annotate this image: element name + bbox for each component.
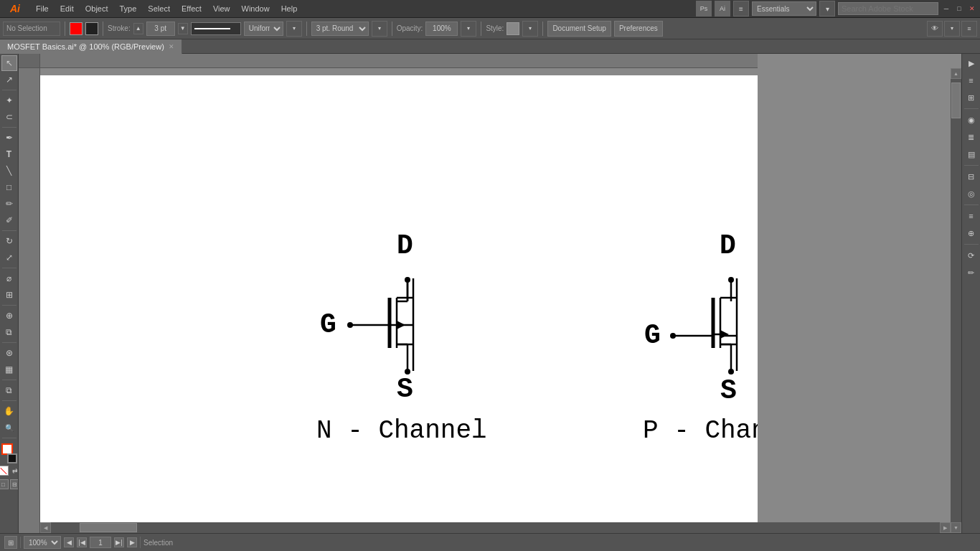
tab-close-button[interactable]: ✕ bbox=[169, 43, 174, 50]
rotate-tool[interactable]: ↻ bbox=[1, 233, 17, 249]
artboard-btn[interactable]: ⊞ bbox=[4, 536, 17, 549]
toolbox: ↖ ↗ ✦ ⊂ ✒ T ╲ □ ✏ ✐ ↻ ⤢ ⌀ ⊞ ⊕ ⧉ ⊛ ▦ ⧉ bbox=[0, 54, 19, 533]
selection-tool[interactable]: ↖ bbox=[1, 55, 17, 71]
menu-view[interactable]: View bbox=[207, 0, 236, 18]
tab-name: MOSFET Basics.ai* @ 100% (RGB/Preview) bbox=[7, 42, 164, 51]
transform-panel-btn[interactable]: ▶ bbox=[963, 55, 979, 71]
menu-select[interactable]: Select bbox=[142, 0, 176, 18]
menu-type[interactable]: Type bbox=[114, 0, 143, 18]
stroke-panel-btn[interactable]: ⊟ bbox=[963, 169, 979, 184]
stroke-style-select[interactable]: Uniform bbox=[244, 22, 283, 36]
h-scroll-track[interactable] bbox=[51, 522, 940, 533]
zoom-tool[interactable]: 🔍 bbox=[1, 420, 17, 435]
swap-icon[interactable]: ⇄ bbox=[10, 466, 19, 476]
menu-file[interactable]: File bbox=[30, 0, 55, 18]
v-scroll-track[interactable] bbox=[951, 79, 961, 522]
document-tab[interactable]: MOSFET Basics.ai* @ 100% (RGB/Preview) ✕ bbox=[0, 39, 182, 54]
workspace-select[interactable]: Essentials bbox=[752, 1, 816, 16]
toolbar: No Selection Stroke: ▲ ▼ Uniform ▾ 3 pt.… bbox=[0, 18, 980, 39]
shape-builder-tool[interactable]: ⊕ bbox=[1, 308, 17, 324]
stroke-cap-select[interactable]: 3 pt. Round bbox=[311, 22, 369, 36]
ps-icon[interactable]: Ps bbox=[696, 1, 712, 17]
scale-tool[interactable]: ⤢ bbox=[1, 250, 17, 265]
v-scroll-thumb[interactable] bbox=[951, 83, 961, 118]
paintbrush-tool[interactable]: ✏ bbox=[1, 196, 17, 212]
none-icon[interactable] bbox=[0, 466, 9, 476]
stroke-style-arrow[interactable]: ▾ bbox=[286, 21, 302, 37]
ai-icon[interactable]: Ai bbox=[715, 1, 730, 17]
hand-tool[interactable]: ✋ bbox=[1, 403, 17, 419]
visibility-icon[interactable]: 👁 bbox=[927, 21, 943, 37]
layers-panel-btn[interactable]: ≡ bbox=[963, 208, 979, 224]
stroke-up-btn[interactable]: ▲ bbox=[133, 23, 143, 34]
search-input[interactable] bbox=[838, 2, 938, 15]
line-tool[interactable]: ╲ bbox=[1, 163, 17, 179]
menu-object[interactable]: Object bbox=[80, 0, 114, 18]
stroke-color-swatch[interactable] bbox=[85, 22, 98, 35]
stroke-box[interactable] bbox=[7, 453, 17, 463]
menu-effect[interactable]: Effect bbox=[176, 0, 207, 18]
magic-wand-tool[interactable]: ✦ bbox=[1, 93, 17, 108]
close-button[interactable]: ✕ bbox=[967, 4, 977, 14]
style-preview[interactable] bbox=[507, 22, 519, 35]
slice-tool[interactable]: ⧉ bbox=[1, 382, 17, 398]
chart-tool[interactable]: ▦ bbox=[1, 362, 17, 377]
nav-right-btn[interactable]: ▶ bbox=[127, 537, 137, 547]
minimize-button[interactable]: ─ bbox=[941, 4, 951, 14]
stroke-down-btn[interactable]: ▼ bbox=[178, 23, 188, 34]
align-panel-btn[interactable]: ≡ bbox=[963, 72, 979, 88]
stroke-value-input[interactable] bbox=[146, 22, 175, 36]
symbol-sprayer-tool[interactable]: ⊛ bbox=[1, 345, 17, 361]
pen-tool[interactable]: ✒ bbox=[1, 130, 17, 146]
menu-help[interactable]: Help bbox=[275, 0, 303, 18]
free-transform-tool[interactable]: ⊞ bbox=[1, 287, 17, 303]
h-scroll-thumb[interactable] bbox=[80, 523, 137, 532]
warp-tool[interactable]: ⌀ bbox=[1, 270, 17, 286]
page-input[interactable] bbox=[90, 537, 111, 548]
color-panel-btn[interactable]: ◉ bbox=[963, 112, 979, 128]
nav-left-btn[interactable]: ◀ bbox=[64, 537, 74, 547]
brushes-panel-btn[interactable]: ✏ bbox=[963, 265, 979, 281]
pathfinder-panel-btn[interactable]: ⊞ bbox=[963, 90, 979, 105]
normal-mode-btn[interactable]: □ bbox=[0, 479, 9, 489]
type-tool[interactable]: T bbox=[1, 146, 17, 162]
scroll-left-button[interactable]: ◀ bbox=[40, 522, 51, 533]
preferences-button[interactable]: Preferences bbox=[614, 21, 663, 37]
scroll-up-button[interactable]: ▲ bbox=[951, 68, 961, 79]
swatches-panel-btn[interactable]: ≣ bbox=[963, 129, 979, 145]
nav-first-btn[interactable]: |◀ bbox=[77, 537, 87, 547]
canvas-white: D G bbox=[40, 75, 758, 533]
layer-mode-btn[interactable]: ⊟ bbox=[10, 479, 19, 489]
status-text: Selection bbox=[143, 539, 173, 547]
stroke-style-preview[interactable] bbox=[191, 22, 241, 35]
rectangle-tool[interactable]: □ bbox=[1, 179, 17, 195]
pencil-tool[interactable]: ✐ bbox=[1, 212, 17, 228]
nav-last-btn[interactable]: ▶| bbox=[114, 537, 124, 547]
n-channel-label: N - Channel bbox=[316, 416, 487, 446]
artboards-panel-btn[interactable]: ⊕ bbox=[963, 225, 979, 241]
opacity-input[interactable] bbox=[425, 22, 458, 36]
lasso-tool[interactable]: ⊂ bbox=[1, 109, 17, 125]
cap-arrow[interactable]: ▾ bbox=[372, 21, 387, 37]
scroll-right-button[interactable]: ▶ bbox=[940, 522, 951, 533]
menu-window[interactable]: Window bbox=[236, 0, 275, 18]
fill-color-swatch[interactable] bbox=[70, 22, 83, 35]
symbols-panel-btn[interactable]: ⟳ bbox=[963, 248, 979, 263]
opacity-arrow[interactable]: ▾ bbox=[461, 21, 476, 37]
document-setup-button[interactable]: Document Setup bbox=[547, 21, 611, 37]
arrangement-icon[interactable]: ≡ bbox=[733, 1, 749, 17]
maximize-button[interactable]: □ bbox=[954, 4, 964, 14]
menu-edit[interactable]: Edit bbox=[55, 0, 80, 18]
scroll-down-button[interactable]: ▼ bbox=[951, 522, 961, 533]
direct-selection-tool[interactable]: ↗ bbox=[1, 72, 17, 88]
perspective-tool[interactable]: ⧉ bbox=[1, 324, 17, 340]
ruler-top: /* ruler ticks rendered below */ bbox=[40, 54, 758, 68]
workspace-dropdown-icon[interactable]: ▾ bbox=[819, 1, 835, 17]
style-arrow[interactable]: ▾ bbox=[522, 21, 538, 37]
p-channel-label: P - Channel bbox=[643, 416, 758, 446]
appearance-panel-btn[interactable]: ◎ bbox=[963, 186, 979, 202]
zoom-select[interactable]: 100% bbox=[24, 536, 61, 549]
settings-icon[interactable]: ▾ bbox=[944, 21, 960, 37]
more-icon[interactable]: ≡ bbox=[961, 21, 977, 37]
gradient-panel-btn[interactable]: ▤ bbox=[963, 146, 979, 162]
